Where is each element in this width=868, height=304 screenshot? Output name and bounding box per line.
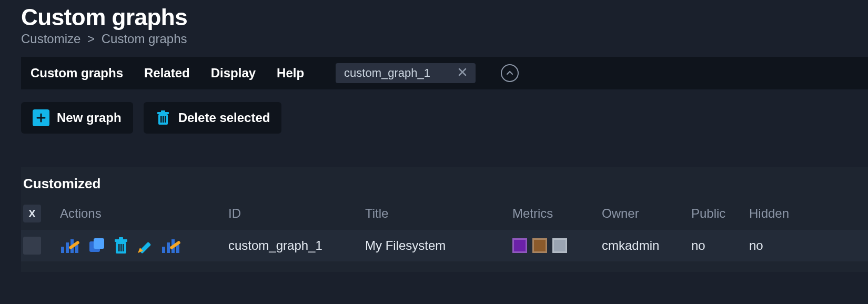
- pencil-icon[interactable]: [136, 236, 155, 255]
- svg-rect-3: [160, 116, 162, 123]
- cell-hidden: no: [742, 230, 868, 261]
- cell-title: My Filesystem: [358, 230, 505, 261]
- svg-rect-18: [123, 244, 124, 251]
- menu-display[interactable]: Display: [211, 66, 256, 80]
- breadcrumb-part-1[interactable]: Custom graphs: [102, 32, 187, 46]
- clone-icon[interactable]: [87, 236, 106, 255]
- svg-rect-22: [167, 242, 170, 253]
- svg-rect-15: [119, 237, 123, 240]
- section-title: Customized: [21, 176, 868, 192]
- cell-metrics: [512, 238, 587, 253]
- edit-chart-icon[interactable]: [60, 236, 81, 255]
- breadcrumb-separator: >: [87, 32, 95, 46]
- row-trash-icon[interactable]: [113, 236, 129, 255]
- col-public: Public: [684, 199, 742, 230]
- menu-help[interactable]: Help: [277, 66, 304, 80]
- cell-id: custom_graph_1: [221, 230, 358, 261]
- col-metrics: Metrics: [505, 199, 594, 230]
- col-actions: Actions: [53, 199, 221, 230]
- col-owner: Owner: [594, 199, 684, 230]
- row-actions: [60, 236, 214, 255]
- col-hidden: Hidden: [742, 199, 868, 230]
- new-graph-label: New graph: [57, 110, 122, 125]
- select-all-toggle[interactable]: X: [23, 205, 41, 222]
- page-title: Custom graphs: [21, 4, 868, 31]
- svg-rect-16: [118, 244, 120, 251]
- action-row: New graph Delete selected: [21, 102, 868, 134]
- svg-rect-6: [61, 247, 64, 253]
- menu-related[interactable]: Related: [144, 66, 190, 80]
- metric-swatch-1: [532, 238, 547, 253]
- delete-selected-label: Delete selected: [178, 110, 270, 125]
- metric-swatch-0: [512, 238, 527, 253]
- customized-section: Customized X Actions ID Title Metrics Ow…: [21, 167, 868, 272]
- graphs-table: X Actions ID Title Metrics Owner Public …: [21, 199, 868, 261]
- chevron-up-icon: [506, 70, 513, 76]
- col-title: Title: [358, 199, 505, 230]
- collapse-toggle[interactable]: [501, 64, 519, 82]
- menubar: Custom graphs Related Display Help: [21, 57, 868, 89]
- new-graph-button[interactable]: New graph: [21, 102, 133, 134]
- menu-custom-graphs[interactable]: Custom graphs: [31, 66, 123, 80]
- svg-rect-5: [165, 116, 166, 123]
- svg-rect-2: [161, 110, 165, 113]
- svg-rect-17: [120, 244, 122, 251]
- cell-owner: cmkadmin: [594, 230, 684, 261]
- cell-public: no: [684, 230, 742, 261]
- search-input[interactable]: [344, 66, 455, 80]
- row-checkbox[interactable]: [23, 237, 41, 255]
- clear-search-icon[interactable]: [455, 66, 470, 80]
- svg-rect-19: [139, 242, 152, 254]
- col-id: ID: [221, 199, 358, 230]
- search-wrap: [336, 63, 476, 83]
- table-row: custom_graph_1 My Filesystem cmkadmin no…: [21, 230, 868, 261]
- chart-icon[interactable]: [161, 236, 182, 255]
- svg-rect-7: [66, 242, 69, 253]
- svg-rect-4: [163, 116, 164, 123]
- trash-icon: [155, 109, 171, 126]
- plus-icon: [33, 109, 49, 126]
- svg-rect-21: [162, 247, 165, 253]
- breadcrumb: Customize > Custom graphs: [21, 32, 868, 46]
- svg-rect-12: [94, 238, 104, 249]
- breadcrumb-part-0[interactable]: Customize: [21, 32, 80, 46]
- delete-selected-button[interactable]: Delete selected: [144, 102, 282, 134]
- metric-swatch-2: [552, 238, 567, 253]
